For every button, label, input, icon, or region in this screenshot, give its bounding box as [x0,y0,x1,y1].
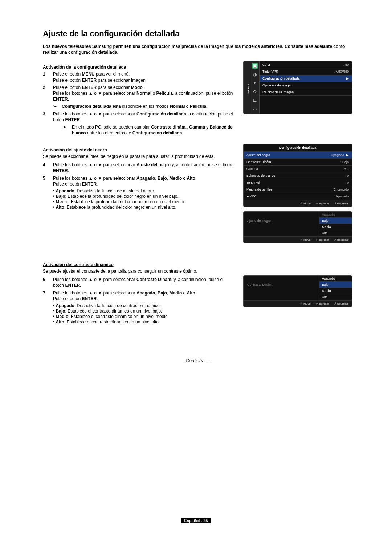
osd-value: : Apagado [334,195,349,198]
osd-row: Gamma: + 1 [244,166,352,172]
triangle-right-icon: ▶ [346,153,349,157]
regresar-hint: ↺ Regresar [334,202,349,205]
osd-label: Color [262,63,343,66]
osd-main-menu: Imagen ▣ ◑ ✦ ✿ ⇆ ▭ Color : 50 Tinte (V/R… [243,61,352,114]
osd-row: xvYCC: Apagado [244,193,352,200]
osd-value: : V50/R50 [334,70,349,73]
osd-footer: ⇵ Mover ⎆ Ingresar ↺ Regresar [244,300,352,307]
osd-option: Apagado [319,212,352,218]
osd-option: Apagado [319,276,352,282]
step-number: 7 [43,290,53,302]
osd-row: Ajuste del negro: Apagado▶ [244,152,352,159]
osd-vertical-tab: Imagen [244,61,250,114]
section-black-adjust: Activación del ajuste del negro Se puede… [43,144,352,248]
step-text: Pulse el botón ENTER para seleccionar Mo… [53,85,234,102]
osd-options: ApagadoBajoMedioAlto [319,276,352,300]
sound-icon: ◑ [252,72,258,77]
section-c-text: Activación del contraste dinámico Se pue… [43,258,234,325]
bullet: Apagado: Desactiva la función de contras… [53,303,234,308]
osd-row: Mejora de perfiles: Encendido [244,186,352,193]
section-a-head: Activación de la configuración detallada [43,65,234,70]
osd-label: Tinte (V/R) [262,70,334,73]
osd-label: Reinicio de la imagen [262,90,349,94]
osd-value: : 50 [343,63,349,66]
osd-row: Opciones de imagen [260,82,352,89]
channel-icon: ✦ [252,80,258,86]
osd-option: Alto [319,294,352,300]
osd-title: Configuración detallada [244,144,352,152]
ingresar-hint: ⎆ Ingresar [316,238,329,241]
bullet: Alto: Establece el contraste dinámico en… [53,319,234,325]
osd-value: : 0 [345,181,349,184]
page: Ajuste de la configuración detallada Los… [0,0,392,538]
step-number: 5 [43,175,53,187]
bullet: Bajo: Establece la profundidad del color… [53,194,234,199]
page-footer: Español - 25 [0,518,392,523]
osd-label: Configuración detallada [262,77,344,80]
osd-option: Medio [319,288,352,294]
osd-value: : Bajo [340,160,349,164]
bullet: Bajo: Establece el contraste dinámico en… [53,309,234,314]
osd-value: : Apagado [329,153,344,157]
step-text: Pulse los botones ▲ o ▼ para seleccionar… [53,290,234,302]
osd-screenshots-c: Contraste Dinám. ApagadoBajoMedioAlto ⇵ … [243,258,352,311]
step-text: Pulse los botones ▲ o ▼ para seleccionar… [53,111,234,123]
note-arrow-icon: ➣ [53,103,62,109]
osd-options: ApagadoBajoMedioAlto [319,212,352,236]
bullet-list: Apagado: Desactiva la función de ajuste … [53,188,234,210]
osd-rows: Color : 50 Tinte (V/R) : V50/R50 Configu… [260,61,352,114]
note: ➣ Configuración detallada está disponibl… [53,103,234,109]
osd-row-selected: Configuración detallada ▶ [260,75,352,82]
section-b-head: Activación del ajuste del negro [43,147,234,152]
osd-label: Ajuste del negro [246,153,329,157]
osd-option: Medio [319,224,352,230]
step-text: Pulse los botones ▲ o ▼ para seleccionar… [53,277,234,288]
osd-screenshots-b: Configuración detallada Ajuste del negro… [243,144,352,248]
osd-row: Color : 50 [260,61,352,68]
step-4: 4 Pulse los botones ▲ o ▼ para seleccion… [43,162,234,174]
mover-hint: ⇵ Mover [300,302,311,305]
tv-icon: ▣ [252,63,258,69]
osd-option: Bajo [319,282,352,288]
step-6: 6 Pulse los botones ▲ o ▼ para seleccion… [43,277,234,288]
step-7: 7 Pulse los botones ▲ o ▼ para seleccion… [43,290,234,302]
osd-footer: ⇵ Mover ⎆ Ingresar ↺ Regresar [244,200,352,207]
note-text: Configuración detallada está disponible … [62,103,234,109]
section-c-head: Activación del contraste dinámico [43,262,234,267]
step-text: Pulse los botones ▲ o ▼ para seleccionar… [53,175,234,187]
step-5: 5 Pulse los botones ▲ o ▼ para seleccion… [43,175,234,187]
step-number: 2 [43,85,53,102]
continues-note: Continúa… [43,358,352,363]
regresar-hint: ↺ Regresar [334,238,349,241]
input-icon: ⇆ [252,98,258,103]
step-text: Pulse el botón MENU para ver el menú.Pul… [53,71,234,83]
section-b-text: Activación del ajuste del negro Se puede… [43,144,234,211]
bullet: Alto: Establece la profundidad del color… [53,205,234,210]
osd-label: Balanceo de blanco [246,174,345,178]
ingresar-hint: ⎆ Ingresar [316,302,329,305]
step-1: 1 Pulse el botón MENU para ver el menú.P… [43,71,234,83]
step-number: 3 [43,111,53,123]
section-b-lead: Se puede seleccionar el nivel de negro e… [43,154,234,159]
osd-popup-label: Contraste Dinám. [244,276,319,300]
step-2: 2 Pulse el botón ENTER para seleccionar … [43,85,234,102]
intro-paragraph: Los nuevos televisores Samsung permiten … [43,44,352,55]
osd-value: : 0 [345,174,349,178]
page-title: Ajuste de la configuración detallada [43,29,352,38]
triangle-right-icon: ▶ [346,77,349,80]
setup-icon: ✿ [252,89,258,95]
osd-row: Tono Piel: 0 [244,179,352,186]
osd-label: Mejora de perfiles [246,188,331,191]
step-number: 6 [43,277,53,288]
bullet: Medio: Establece el contraste dinámico e… [53,314,234,319]
note-text: En el modo PC, sólo se pueden cambiar Co… [72,124,234,136]
step-number: 1 [43,71,53,83]
osd-rows: Ajuste del negro: Apagado▶Contraste Diná… [244,152,352,200]
bullet-list: Apagado: Desactiva la función de contras… [53,303,234,325]
note-arrow-icon: ➣ [63,124,72,136]
osd-black-adjust-popup: Ajuste del negro ApagadoBajoMedioAlto ⇵ … [243,211,352,243]
osd-value: : + 1 [342,167,349,171]
regresar-hint: ↺ Regresar [334,302,349,305]
osd-label: Contraste Dinám. [246,160,340,164]
osd-contrast-popup: Contraste Dinám. ApagadoBajoMedioAlto ⇵ … [243,275,352,307]
